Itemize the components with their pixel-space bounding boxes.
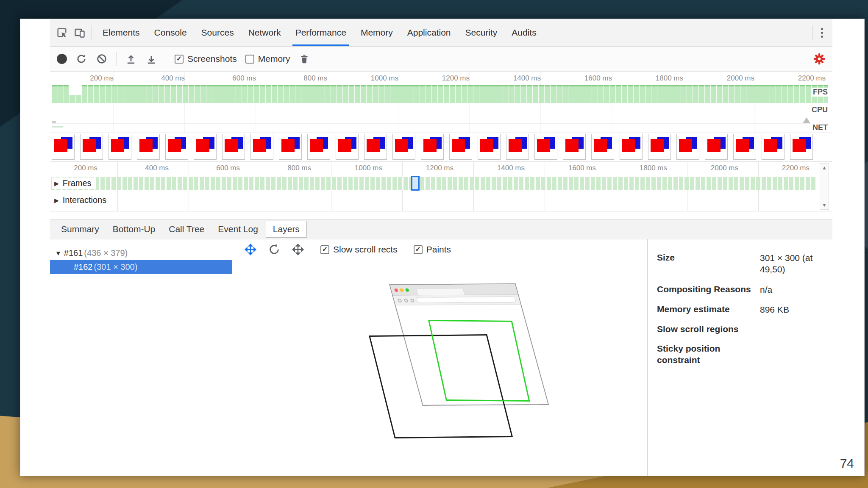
inspect-element-icon[interactable] [56, 27, 68, 39]
pane-tab-layers[interactable]: Layers [266, 221, 307, 238]
screenshots-checkbox[interactable]: ✓ [175, 55, 184, 64]
collapse-icon[interactable]: ▶ [54, 197, 59, 204]
paints-checkbox[interactable]: ✓ [414, 245, 423, 254]
layer-outline-162-selected[interactable] [428, 320, 530, 402]
screenshot-thumbnail[interactable] [307, 134, 330, 160]
screenshot-thumbnail[interactable] [222, 134, 245, 160]
screenshot-thumbnail[interactable] [137, 134, 160, 160]
timeline-overview[interactable]: 200 ms400 ms600 ms800 ms1000 ms1200 ms14… [50, 72, 832, 133]
record-button[interactable] [57, 54, 67, 64]
screenshot-thumbnail[interactable] [108, 134, 131, 160]
slow-scroll-rects-option: ✓ Slow scroll rects [320, 244, 398, 255]
screenshot-thumbnail[interactable] [591, 134, 614, 160]
memory-checkbox[interactable]: ✓ [245, 55, 254, 64]
tab-console[interactable]: Console [147, 19, 194, 46]
screenshot-thumbnail[interactable] [790, 134, 813, 160]
tab-memory[interactable]: Memory [353, 19, 400, 46]
tracks-scrollbar[interactable]: ▲ ▼ [820, 163, 829, 210]
tab-network[interactable]: Network [241, 19, 288, 46]
screenshot-thumbnail[interactable] [449, 134, 472, 160]
collapse-icon[interactable]: ▶ [54, 180, 59, 187]
detail-label: Memory estimate [657, 304, 760, 315]
time-ruler-label: 2000 ms [727, 74, 754, 83]
screenshot-thumbnail[interactable] [421, 134, 444, 160]
tabbar-left-icons [50, 19, 95, 46]
screenshot-thumbnail[interactable] [80, 134, 103, 160]
trash-icon[interactable] [299, 53, 310, 64]
pane-tab-strip: SummaryBottom-UpCall TreeEvent LogLayers [50, 219, 832, 239]
slow-scroll-rects-checkbox[interactable]: ✓ [320, 245, 329, 254]
fps-chart [52, 85, 828, 103]
screenshot-thumbnail[interactable] [648, 134, 671, 160]
pane-tab-bottom-up[interactable]: Bottom-Up [106, 220, 162, 238]
screenshot-thumbnail[interactable] [506, 134, 529, 160]
check-icon: ✓ [176, 55, 182, 62]
reload-and-record-icon[interactable] [75, 53, 87, 65]
scroll-down-icon[interactable]: ▼ [822, 202, 827, 208]
screenshot-thumbnail[interactable] [52, 134, 75, 160]
frames-track-header[interactable]: ▶ Frames [52, 177, 96, 189]
layer-tree-item-161[interactable]: ▼#161(436 × 379) [50, 246, 232, 260]
pane-tab-call-tree[interactable]: Call Tree [162, 220, 211, 238]
pan-mode-icon[interactable] [244, 243, 257, 256]
screenshot-thumbnail[interactable] [733, 134, 756, 160]
screenshot-thumbnail[interactable] [620, 134, 643, 160]
move-mode-icon[interactable] [292, 243, 304, 256]
frames-track[interactable]: ▶ Frames [50, 175, 832, 191]
devtools-tabbar: ElementsConsoleSourcesNetworkPerformance… [50, 19, 832, 47]
tab-performance[interactable]: Performance [288, 19, 353, 46]
screenshot-thumbnail[interactable] [563, 134, 586, 160]
screenshot-thumbnail[interactable] [279, 134, 302, 160]
thumbnail-red-box [423, 139, 437, 152]
thumbnail-red-box [338, 139, 351, 152]
tab-audits[interactable]: Audits [504, 19, 543, 46]
tab-application[interactable]: Application [400, 19, 458, 46]
screenshot-thumbnail[interactable] [250, 134, 273, 160]
interactions-track[interactable]: ▶ Interactions [50, 192, 832, 211]
more-options-icon[interactable] [818, 26, 826, 39]
scroll-up-icon[interactable]: ▲ [822, 165, 827, 171]
screenshot-thumbnail[interactable] [478, 134, 501, 160]
layer-tree-item-162[interactable]: #162(301 × 300) [50, 260, 232, 274]
cpu-chart [52, 106, 828, 124]
layer-id: #162 [74, 262, 93, 272]
tracks-time-ruler: 200 ms400 ms600 ms800 ms1000 ms1200 ms14… [50, 162, 810, 175]
tabbar-divider [92, 25, 92, 40]
screenshot-thumbnail[interactable] [194, 134, 217, 160]
layer-3d-canvas[interactable] [232, 260, 647, 476]
capture-settings-gear-icon[interactable] [813, 53, 826, 65]
thumbnail-red-box [679, 139, 692, 152]
thumbnail-red-box [452, 139, 465, 152]
expand-icon[interactable]: ▼ [55, 250, 61, 257]
pane-tab-event-log[interactable]: Event Log [211, 220, 265, 238]
time-ruler-label: 600 ms [216, 164, 240, 172]
screenshot-filmstrip [50, 133, 832, 162]
device-toolbar-icon[interactable] [74, 27, 86, 39]
selected-frame-marker[interactable] [411, 176, 420, 191]
rotate-mode-icon[interactable] [268, 243, 281, 256]
thumbnail-red-box [111, 139, 124, 152]
thumbnail-red-box [54, 139, 67, 152]
tab-security[interactable]: Security [458, 19, 504, 46]
screenshot-thumbnail[interactable] [762, 134, 785, 160]
tab-sources[interactable]: Sources [194, 19, 241, 46]
load-profile-icon[interactable] [125, 53, 137, 65]
screenshot-thumbnail[interactable] [676, 134, 699, 160]
thumbnail-red-box [168, 139, 181, 152]
pane-tab-summary[interactable]: Summary [54, 220, 106, 238]
layer-3d-view[interactable]: ✓ Slow scroll rects ✓ Paints [232, 239, 648, 476]
tab-elements[interactable]: Elements [95, 19, 147, 46]
interactions-track-header[interactable]: ▶ Interactions [52, 194, 111, 206]
screenshot-thumbnail[interactable] [534, 134, 557, 160]
clear-recording-icon[interactable] [96, 53, 108, 65]
screenshot-thumbnail[interactable] [165, 134, 188, 160]
detail-label: Size [657, 252, 760, 275]
time-ruler-label: 600 ms [232, 74, 256, 83]
save-profile-icon[interactable] [145, 53, 157, 65]
layer-details-panel: Size301 × 300 (at 49,50)Compositing Reas… [648, 239, 832, 476]
screenshot-thumbnail[interactable] [705, 134, 728, 160]
screenshot-thumbnail[interactable] [364, 134, 387, 160]
thumbnail-red-box [793, 139, 806, 152]
screenshot-thumbnail[interactable] [336, 134, 359, 160]
screenshot-thumbnail[interactable] [392, 134, 415, 160]
